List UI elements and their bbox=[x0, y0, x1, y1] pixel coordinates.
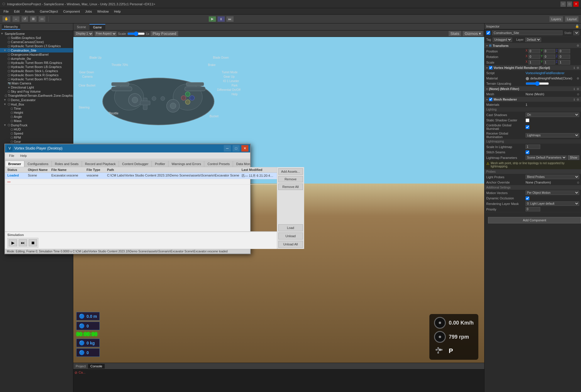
hier-item-hydraulicrb[interactable]: ⬡ Hydraulic Turret Boom RB.Graphics bbox=[0, 61, 73, 65]
tab-browser[interactable]: Browser bbox=[5, 161, 24, 167]
tab-control-presets[interactable]: Control Presets bbox=[204, 161, 233, 167]
anchor-pick-icon[interactable]: ⊙ bbox=[577, 181, 579, 184]
unload-all-btn[interactable]: Unload All bbox=[278, 241, 303, 248]
sim-play-btn[interactable]: ▶ bbox=[9, 239, 17, 246]
pos-x-input[interactable] bbox=[529, 49, 540, 53]
rendering-layer-select[interactable]: 0: Light Layer default bbox=[526, 201, 579, 206]
comp-settings-icon[interactable]: ⚙ bbox=[577, 98, 579, 101]
close-button[interactable]: ✕ bbox=[573, 1, 579, 7]
maximize-button[interactable]: □ bbox=[567, 1, 572, 7]
pause-button[interactable]: ⏸ bbox=[217, 16, 225, 22]
vortex-renderer-header[interactable]: ▾ Vortex Height Field Renderer (Script) … bbox=[485, 65, 581, 70]
scale-z-input[interactable] bbox=[558, 60, 570, 65]
static-selector[interactable] bbox=[573, 31, 579, 35]
hier-item-speed[interactable]: ⬡ Speed bbox=[0, 131, 73, 135]
rot-x-input[interactable] bbox=[529, 55, 540, 59]
remove-btn[interactable]: Remove bbox=[278, 176, 303, 182]
play-button[interactable]: ▶ bbox=[209, 16, 216, 22]
hier-item-hydraulicrt[interactable]: ⬡ Hydraulic Turret Boom RT.Graphics bbox=[0, 77, 73, 81]
add-assets-btn[interactable]: Add Assets... bbox=[278, 168, 303, 175]
load-btn[interactable]: Load bbox=[278, 224, 303, 231]
menu-file[interactable]: File bbox=[1, 9, 11, 14]
mesh-renderer-enable[interactable] bbox=[489, 98, 492, 101]
comp-info-icon[interactable]: ℹ bbox=[574, 87, 575, 91]
hier-item-gear[interactable]: ⬡ Gear bbox=[0, 140, 73, 144]
comp-settings-icon[interactable]: ⚙ bbox=[577, 87, 579, 91]
tab-profiler[interactable]: Profiler bbox=[152, 161, 168, 167]
transform-header[interactable]: ▾ ⊞ Transform ⚙ bbox=[485, 43, 581, 48]
vortex-renderer-enable[interactable] bbox=[489, 66, 492, 69]
add-component-button[interactable]: Add Component bbox=[488, 217, 581, 223]
hier-item-dumptruck[interactable]: ▾ ⬡ DumpTruck bbox=[0, 123, 73, 127]
mesh-renderer-header[interactable]: ▾ Mesh Renderer ℹ ⚙ bbox=[485, 97, 581, 102]
scale-slider[interactable] bbox=[127, 32, 145, 36]
stitch-seams-checkbox[interactable] bbox=[526, 150, 529, 154]
hier-item-samplescene[interactable]: ▾ SampleScene bbox=[0, 31, 73, 36]
vortex-minimize-btn[interactable]: ─ bbox=[224, 145, 231, 152]
menu-component[interactable]: Component bbox=[61, 9, 82, 14]
hier-item-trianglemesh[interactable]: ⬡ TriangleMeshTerrain.Earthwork Zone.Gra… bbox=[0, 94, 73, 98]
inspector-lock-icon[interactable]: 🔒 bbox=[575, 24, 579, 28]
comp-info-icon[interactable]: ℹ bbox=[574, 66, 575, 69]
hier-item-mass[interactable]: ⬡ Mass bbox=[0, 119, 73, 123]
hier-item-hud[interactable]: ⬡ HUD bbox=[0, 127, 73, 131]
tab-warnings-errors[interactable]: Warnings and Errors bbox=[168, 161, 204, 167]
vx-menu-file[interactable]: File bbox=[6, 153, 17, 158]
toolbar-scale-tool[interactable]: ⊠ bbox=[30, 16, 37, 22]
object-name-field[interactable] bbox=[492, 30, 563, 35]
tab-console[interactable]: Console bbox=[88, 364, 104, 369]
static-shadow-checkbox[interactable] bbox=[526, 118, 529, 122]
receive-gi-select[interactable]: Lightmaps bbox=[526, 133, 579, 138]
toolbar-hand-tool[interactable]: ✋ bbox=[2, 16, 11, 22]
menu-assets[interactable]: Assets bbox=[23, 9, 37, 14]
tab-roles-seats[interactable]: Roles and Seats bbox=[52, 161, 82, 167]
hier-item-hydrauliclb[interactable]: ⬡ Hydraulic Turret Boom LB.Graphics bbox=[0, 65, 73, 69]
terrain-upscaling-slider[interactable] bbox=[526, 82, 549, 85]
hier-item-orangecone[interactable]: ⬡ Orangecone.HazardBarrel bbox=[0, 52, 73, 57]
comp-settings-icon[interactable]: ⚙ bbox=[577, 66, 579, 69]
play-focused-btn[interactable]: Play Focused bbox=[150, 31, 178, 36]
menu-edit[interactable]: Edit bbox=[12, 9, 22, 14]
hier-item-cameracanvas[interactable]: ⬡ CameraCanvas(Clone) bbox=[0, 40, 73, 44]
gizmos-btn[interactable]: Gizmos ▾ bbox=[463, 31, 483, 36]
layers-dropdown[interactable]: Layers bbox=[549, 16, 563, 22]
dynamic-occlusion-checkbox[interactable] bbox=[526, 196, 529, 200]
menu-window[interactable]: Window bbox=[95, 9, 111, 14]
hier-item-time[interactable]: ⬡ Time bbox=[0, 106, 73, 111]
scale-x-input[interactable] bbox=[529, 60, 540, 65]
aspect-selector[interactable]: Free Aspect bbox=[94, 31, 117, 36]
lightmap-params-select[interactable]: Scene Default Parameters bbox=[526, 155, 567, 160]
table-row[interactable]: Loaded Scene Excavator.vxscene vxscene C… bbox=[5, 173, 277, 179]
tab-content-debugger[interactable]: Content Debugger bbox=[119, 161, 152, 167]
scale-y-input[interactable] bbox=[543, 60, 555, 65]
hier-item-maincam[interactable]: 📷 Main Camera bbox=[0, 81, 73, 85]
hier-item-boomstickr[interactable]: ⬡ Hydraulic Boom Stick R.Graphics bbox=[0, 73, 73, 77]
tag-selector[interactable]: Untagged bbox=[493, 38, 512, 42]
motion-vectors-select[interactable]: Per Object Motion bbox=[526, 191, 579, 195]
hier-item-demoexcavator[interactable]: ▾ ⬡ Demo_Excavator bbox=[0, 98, 73, 102]
toolbar-rect-tool[interactable]: ▭ bbox=[38, 16, 45, 22]
mesh-filter-header[interactable]: ▾ (None) (Mesh Filter) ℹ ⚙ bbox=[485, 86, 581, 91]
scale-lightmap-input[interactable] bbox=[526, 145, 540, 149]
hier-item-hydraulicturretlt[interactable]: ⬡ Hydraulic Turret Boom LT.Graphics bbox=[0, 44, 73, 48]
hier-item-boomstickl[interactable]: ⬡ Hydraulic Boom Stick L.Graphics bbox=[0, 69, 73, 73]
tab-game[interactable]: Game bbox=[89, 24, 105, 30]
vortex-close-btn[interactable]: ✕ bbox=[241, 145, 248, 152]
minimize-button[interactable]: ─ bbox=[560, 1, 566, 7]
menu-help[interactable]: Help bbox=[112, 9, 123, 14]
table-row-2[interactable]: — bbox=[5, 179, 277, 185]
contribute-gi-checkbox[interactable] bbox=[526, 125, 529, 129]
stats-btn[interactable]: Stats bbox=[448, 31, 461, 36]
vx-menu-help[interactable]: Help bbox=[17, 153, 30, 158]
tab-project[interactable]: Project bbox=[73, 364, 88, 369]
show-button[interactable]: Show bbox=[568, 155, 579, 160]
rot-y-input[interactable] bbox=[543, 55, 555, 59]
unload-btn[interactable]: Unload bbox=[278, 233, 303, 240]
comp-settings-icon[interactable]: ⚙ bbox=[577, 44, 579, 47]
menu-gameobject[interactable]: GameObject bbox=[38, 9, 60, 14]
hier-item-rpm[interactable]: ⬡ RPM bbox=[0, 135, 73, 140]
tab-configurations[interactable]: Configurations bbox=[24, 161, 52, 167]
toolbar-rotate-tool[interactable]: ↺ bbox=[21, 16, 28, 22]
pos-y-input[interactable] bbox=[543, 49, 555, 53]
comp-info-icon[interactable]: ℹ bbox=[574, 98, 575, 101]
